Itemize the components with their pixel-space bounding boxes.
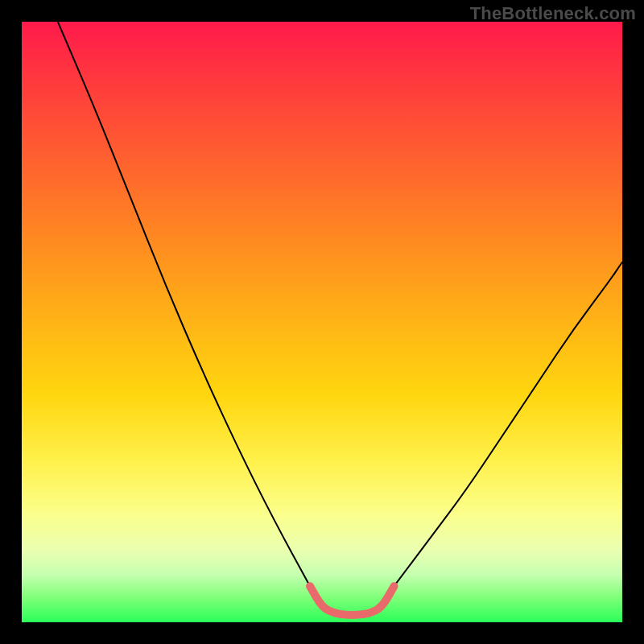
curve-right-branch (394, 262, 623, 586)
chart-frame: TheBottleneck.com (0, 0, 644, 644)
plot-area (22, 22, 622, 622)
curve-svg (22, 22, 622, 622)
curve-valley-floor (310, 586, 394, 615)
curve-left-branch (58, 22, 310, 586)
